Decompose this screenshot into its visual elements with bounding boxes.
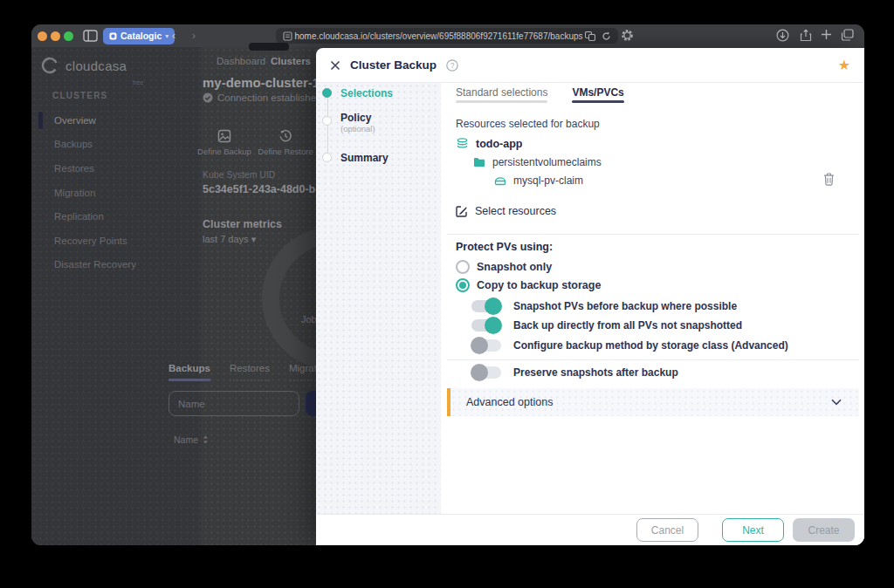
create-button[interactable]: Create	[793, 518, 855, 542]
connection-status: Connection established	[203, 92, 322, 103]
cluster-title: my-demo-cluster-1	[203, 75, 320, 90]
close-icon[interactable]	[330, 60, 340, 71]
app-sidebar: cloudcasa free CLUSTERS Overview Backups…	[31, 47, 201, 545]
toggle-row-preserve-snapshots: Preserve snapshots after backup	[471, 366, 678, 379]
browser-toolbar: Catalogic ▾ ‹ › home.cloudcasa.io/cluste…	[31, 24, 864, 48]
toggle-backup-direct[interactable]	[471, 319, 501, 332]
close-window-button[interactable]	[38, 31, 47, 41]
metrics-range-dropdown[interactable]: last 7 days ▾	[203, 234, 256, 245]
zoom-window-button[interactable]	[64, 31, 73, 41]
sidebar-item-migration[interactable]: Migration	[31, 181, 201, 205]
toggle-row-snapshot-pvs: Snapshot PVs before backup where possibl…	[471, 300, 737, 312]
topnav-dashboard[interactable]: Dashboard	[217, 56, 265, 66]
svg-text:?: ?	[450, 61, 455, 70]
chevron-down-icon	[831, 399, 842, 406]
radio-copy-to-backup-storage[interactable]: Copy to backup storage	[456, 278, 601, 292]
advanced-options-accordion[interactable]: Advanced options	[447, 388, 859, 416]
cloudcasa-logo[interactable]: cloudcasa	[40, 56, 127, 75]
forward-button[interactable]: ›	[187, 28, 201, 44]
selection-tabs: Standard selections VMs/PVCs	[456, 86, 624, 103]
toggle-preserve-snapshots[interactable]	[471, 366, 501, 379]
radio-icon-selected	[456, 278, 470, 292]
cloudcasa-logo-icon	[40, 56, 59, 75]
cluster-backup-modal: Cluster Backup ? ★ Selections Policy (op…	[316, 48, 864, 545]
backup-icon	[217, 129, 231, 143]
step-summary[interactable]: Summary	[340, 152, 389, 164]
share-icon[interactable]	[800, 29, 812, 42]
sidebar-item-replication[interactable]: Replication	[31, 204, 201, 229]
minimize-window-button[interactable]	[51, 31, 60, 41]
select-resources-button[interactable]: Select resources	[456, 205, 556, 217]
translate-icon[interactable]	[585, 31, 595, 41]
sidebar-item-disaster-recovery[interactable]: Disaster Recovery	[31, 253, 201, 277]
restore-icon	[279, 129, 292, 143]
sidebar-item-recovery-points[interactable]: Recovery Points	[31, 229, 201, 253]
new-tab-icon[interactable]	[821, 29, 832, 40]
sidebar-toggle-icon[interactable]	[83, 30, 98, 42]
volume-icon	[494, 175, 506, 186]
protect-pvs-label: Protect PVs using:	[456, 241, 553, 253]
tree-group-row[interactable]: persistentvolumeclaims	[473, 156, 602, 168]
modal-title: Cluster Backup	[350, 58, 437, 72]
table-header-name[interactable]: Name	[174, 434, 209, 445]
kube-uid-label: Kube System UID	[203, 169, 275, 180]
modal-footer: Cancel Next Create	[316, 514, 864, 545]
gear-icon[interactable]	[621, 29, 634, 42]
cluster-tabs: Backups Restores Migration	[168, 363, 330, 381]
tree-claim-row[interactable]: mysql-pv-claim	[494, 174, 583, 187]
profile-label: Catalogic	[120, 31, 162, 41]
sidebar-nav: Overview Backups Restores Migration Repl…	[31, 108, 201, 277]
step-policy[interactable]: Policy	[340, 112, 371, 124]
radio-icon	[456, 260, 470, 274]
name-filter-input[interactable]	[168, 391, 299, 416]
check-circle-icon	[203, 92, 213, 103]
favorite-star-icon[interactable]: ★	[838, 58, 850, 72]
profile-icon	[109, 32, 117, 40]
cloudcasa-page: cloudcasa free CLUSTERS Overview Backups…	[31, 47, 864, 545]
profile-button[interactable]: Catalogic ▾	[103, 28, 175, 44]
sidebar-item-backups[interactable]: Backups	[31, 133, 201, 157]
toggle-row-backup-direct: Back up directly from all PVs not snapsh…	[471, 319, 742, 332]
step-dot-summary[interactable]	[322, 153, 332, 162]
radio-snapshot-only[interactable]: Snapshot only	[456, 260, 552, 274]
wizard-stepper: Selections Policy (optional) Summary	[316, 83, 441, 514]
tab-restores[interactable]: Restores	[230, 363, 270, 381]
step-dot-selections[interactable]	[322, 88, 332, 98]
define-restore-button[interactable]: Define Restore	[258, 129, 313, 156]
toggle-snapshot-pvs[interactable]	[471, 300, 501, 312]
step-policy-optional: (optional)	[340, 124, 375, 133]
tree-namespace-row[interactable]: todo-app	[456, 137, 522, 150]
modal-header: Cluster Backup ? ★	[316, 48, 864, 83]
sort-icon	[203, 435, 209, 444]
reload-icon[interactable]	[602, 31, 611, 41]
cancel-button[interactable]: Cancel	[636, 518, 698, 542]
step-selections[interactable]: Selections	[340, 87, 393, 99]
sidebar-item-restores[interactable]: Restores	[31, 156, 201, 181]
step-dot-policy[interactable]	[322, 116, 332, 126]
back-button[interactable]: ‹	[167, 28, 181, 44]
browser-window: Catalogic ▾ ‹ › home.cloudcasa.io/cluste…	[31, 24, 864, 545]
delete-claim-icon[interactable]	[823, 173, 835, 186]
edit-icon	[456, 205, 468, 217]
divider	[447, 234, 859, 235]
toggle-row-configure-method: Configure backup method by storage class…	[471, 339, 788, 352]
sidebar-item-overview[interactable]: Overview	[31, 108, 201, 133]
logo-text: cloudcasa	[65, 58, 127, 73]
downloads-icon[interactable]	[776, 29, 789, 42]
tab-backups[interactable]: Backups	[168, 363, 210, 381]
tab-standard-selections[interactable]: Standard selections	[456, 86, 547, 103]
toggle-configure-method[interactable]	[471, 339, 501, 352]
help-icon[interactable]: ?	[446, 59, 458, 72]
topnav-clusters[interactable]: Clusters	[271, 56, 311, 66]
namespace-icon	[456, 137, 469, 150]
cluster-metrics-title: Cluster metrics	[203, 218, 282, 230]
tab-vms-pvcs[interactable]: VMs/PVCs	[572, 86, 623, 103]
sidebar-section-label: CLUSTERS	[52, 91, 108, 100]
next-button[interactable]: Next	[722, 518, 784, 542]
address-bar[interactable]: home.cloudcasa.io/clusters/overview/695f…	[276, 28, 618, 44]
define-backup-button[interactable]: Define Backup	[196, 129, 252, 156]
url-text: home.cloudcasa.io/clusters/overview/695f…	[292, 31, 585, 41]
divider	[447, 359, 859, 360]
stepper-line	[327, 93, 329, 158]
tab-overview-icon[interactable]	[841, 29, 854, 41]
